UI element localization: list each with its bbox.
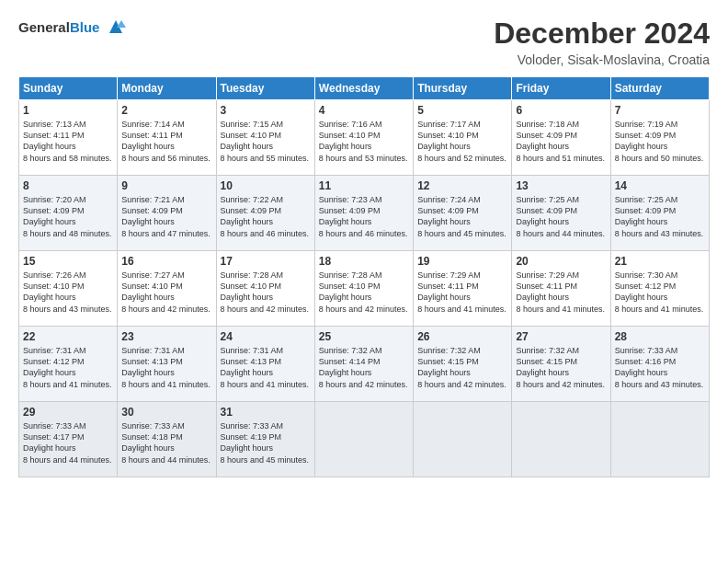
daylight-duration: 8 hours and 46 minutes. xyxy=(221,228,311,239)
daylight-label: Daylight hours xyxy=(319,367,409,378)
sunrise-info: Sunrise: 7:28 AM xyxy=(319,270,409,281)
daylight-duration: 8 hours and 42 minutes. xyxy=(121,304,211,315)
sunset-info: Sunset: 4:10 PM xyxy=(319,130,409,141)
sunrise-info: Sunrise: 7:33 AM xyxy=(23,420,113,431)
logo-text: GeneralBlue xyxy=(18,19,99,35)
sunrise-info: Sunrise: 7:13 AM xyxy=(23,119,113,130)
sunset-info: Sunset: 4:09 PM xyxy=(221,205,311,216)
day-number: 11 xyxy=(319,178,409,193)
day-number: 13 xyxy=(516,178,606,193)
calendar-cell: 6 Sunrise: 7:18 AM Sunset: 4:09 PM Dayli… xyxy=(512,100,610,176)
day-number: 25 xyxy=(319,329,409,344)
calendar-cell xyxy=(610,402,709,477)
daylight-duration: 8 hours and 42 minutes. xyxy=(221,304,311,315)
daylight-duration: 8 hours and 45 minutes. xyxy=(221,454,311,465)
day-number: 15 xyxy=(23,254,113,269)
sunset-info: Sunset: 4:09 PM xyxy=(121,205,211,216)
daylight-label: Daylight hours xyxy=(23,141,113,152)
calendar-cell: 18 Sunrise: 7:28 AM Sunset: 4:10 PM Dayl… xyxy=(314,251,413,327)
sunset-info: Sunset: 4:12 PM xyxy=(615,281,705,292)
sunrise-info: Sunrise: 7:19 AM xyxy=(615,119,705,130)
daylight-duration: 8 hours and 46 minutes. xyxy=(319,228,409,239)
sunset-info: Sunset: 4:09 PM xyxy=(615,130,705,141)
daylight-duration: 8 hours and 43 minutes. xyxy=(615,228,705,239)
daylight-duration: 8 hours and 45 minutes. xyxy=(417,228,507,239)
daylight-duration: 8 hours and 42 minutes. xyxy=(319,304,409,315)
svg-marker-1 xyxy=(117,20,126,28)
sunset-info: Sunset: 4:14 PM xyxy=(319,356,409,367)
sunrise-info: Sunrise: 7:28 AM xyxy=(221,270,311,281)
logo: GeneralBlue xyxy=(18,17,130,39)
daylight-label: Daylight hours xyxy=(516,367,606,378)
daylight-label: Daylight hours xyxy=(615,367,705,378)
sunset-info: Sunset: 4:13 PM xyxy=(121,356,211,367)
day-number: 21 xyxy=(615,254,705,269)
day-number: 18 xyxy=(319,254,409,269)
daylight-duration: 8 hours and 41 minutes. xyxy=(23,379,113,390)
daylight-label: Daylight hours xyxy=(615,216,705,227)
calendar-week-3: 15 Sunrise: 7:26 AM Sunset: 4:10 PM Dayl… xyxy=(19,251,710,327)
calendar-cell: 22 Sunrise: 7:31 AM Sunset: 4:12 PM Dayl… xyxy=(19,327,118,402)
calendar-cell: 10 Sunrise: 7:22 AM Sunset: 4:09 PM Dayl… xyxy=(216,176,314,251)
sunrise-info: Sunrise: 7:26 AM xyxy=(23,270,113,281)
sunrise-info: Sunrise: 7:22 AM xyxy=(221,194,311,205)
calendar-cell: 14 Sunrise: 7:25 AM Sunset: 4:09 PM Dayl… xyxy=(610,176,709,251)
day-number: 16 xyxy=(121,254,211,269)
calendar-cell: 13 Sunrise: 7:25 AM Sunset: 4:09 PM Dayl… xyxy=(512,176,610,251)
calendar-week-1: 1 Sunrise: 7:13 AM Sunset: 4:11 PM Dayli… xyxy=(19,100,710,176)
daylight-label: Daylight hours xyxy=(319,292,409,303)
day-number: 29 xyxy=(23,405,113,419)
calendar-cell: 7 Sunrise: 7:19 AM Sunset: 4:09 PM Dayli… xyxy=(610,100,709,176)
daylight-label: Daylight hours xyxy=(121,442,211,454)
day-number: 31 xyxy=(221,405,311,419)
daylight-label: Daylight hours xyxy=(121,216,211,227)
calendar-cell: 30 Sunrise: 7:33 AM Sunset: 4:18 PM Dayl… xyxy=(118,402,216,477)
day-number: 19 xyxy=(417,254,507,269)
daylight-label: Daylight hours xyxy=(221,442,311,454)
sunrise-info: Sunrise: 7:15 AM xyxy=(221,119,311,130)
daylight-duration: 8 hours and 41 minutes. xyxy=(417,304,507,315)
daylight-duration: 8 hours and 41 minutes. xyxy=(121,379,211,390)
calendar-week-5: 29 Sunrise: 7:33 AM Sunset: 4:17 PM Dayl… xyxy=(19,402,710,477)
daylight-duration: 8 hours and 41 minutes. xyxy=(615,304,705,315)
daylight-label: Daylight hours xyxy=(121,367,211,378)
sunrise-info: Sunrise: 7:29 AM xyxy=(417,270,507,281)
calendar-cell: 12 Sunrise: 7:24 AM Sunset: 4:09 PM Dayl… xyxy=(414,176,512,251)
col-saturday: Saturday xyxy=(610,77,709,100)
col-tuesday: Tuesday xyxy=(216,77,314,100)
sunrise-info: Sunrise: 7:17 AM xyxy=(417,119,507,130)
daylight-label: Daylight hours xyxy=(221,141,311,152)
sunrise-info: Sunrise: 7:25 AM xyxy=(615,194,705,205)
col-sunday: Sunday xyxy=(19,77,118,100)
day-number: 3 xyxy=(221,103,311,118)
day-number: 9 xyxy=(121,178,211,193)
calendar-cell: 4 Sunrise: 7:16 AM Sunset: 4:10 PM Dayli… xyxy=(314,100,413,176)
calendar-week-4: 22 Sunrise: 7:31 AM Sunset: 4:12 PM Dayl… xyxy=(19,327,710,402)
calendar-cell: 23 Sunrise: 7:31 AM Sunset: 4:13 PM Dayl… xyxy=(118,327,216,402)
sunset-info: Sunset: 4:15 PM xyxy=(417,356,507,367)
sunrise-info: Sunrise: 7:29 AM xyxy=(516,270,606,281)
daylight-label: Daylight hours xyxy=(417,141,507,152)
day-number: 6 xyxy=(516,103,606,118)
calendar-cell: 11 Sunrise: 7:23 AM Sunset: 4:09 PM Dayl… xyxy=(314,176,413,251)
daylight-label: Daylight hours xyxy=(615,141,705,152)
daylight-label: Daylight hours xyxy=(23,216,113,227)
col-monday: Monday xyxy=(118,77,216,100)
daylight-label: Daylight hours xyxy=(417,367,507,378)
daylight-label: Daylight hours xyxy=(23,367,113,378)
sunrise-info: Sunrise: 7:31 AM xyxy=(121,345,211,356)
day-number: 22 xyxy=(23,329,113,344)
daylight-duration: 8 hours and 42 minutes. xyxy=(516,379,606,390)
sunset-info: Sunset: 4:18 PM xyxy=(121,431,211,442)
day-number: 7 xyxy=(615,103,705,118)
sunset-info: Sunset: 4:10 PM xyxy=(221,281,311,292)
calendar-cell: 5 Sunrise: 7:17 AM Sunset: 4:10 PM Dayli… xyxy=(414,100,512,176)
daylight-label: Daylight hours xyxy=(221,367,311,378)
calendar-header-row: Sunday Monday Tuesday Wednesday Thursday… xyxy=(19,77,710,100)
col-friday: Friday xyxy=(512,77,610,100)
day-number: 14 xyxy=(615,178,705,193)
calendar-cell: 19 Sunrise: 7:29 AM Sunset: 4:11 PM Dayl… xyxy=(414,251,512,327)
calendar-week-2: 8 Sunrise: 7:20 AM Sunset: 4:09 PM Dayli… xyxy=(19,176,710,251)
daylight-duration: 8 hours and 48 minutes. xyxy=(23,228,113,239)
daylight-label: Daylight hours xyxy=(23,292,113,303)
